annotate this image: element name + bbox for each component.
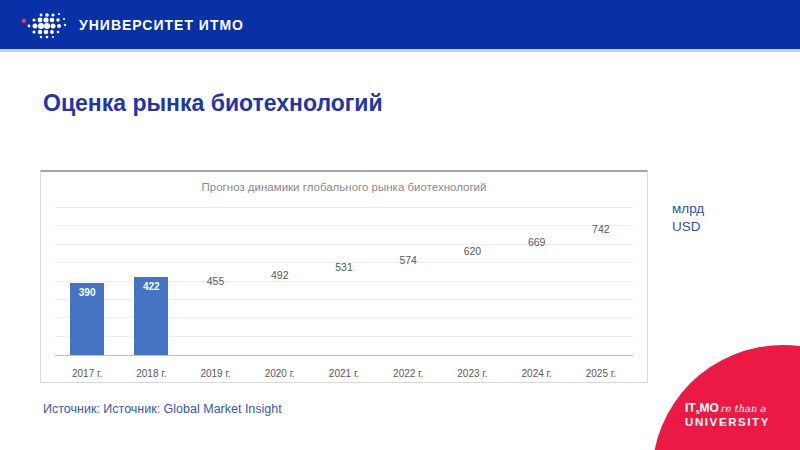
bar-value-label: 455	[207, 275, 225, 287]
x-axis-tick-label: 2019 г.	[183, 368, 247, 379]
chart-plot-area: 390422455492531574620669742	[55, 208, 633, 356]
x-axis-tick-label: 2021 г.	[312, 368, 376, 379]
page-title: Оценка рынка биотехнологий	[43, 90, 383, 117]
bar: 390	[70, 283, 104, 355]
unit-line-2: USD	[672, 218, 704, 236]
bar-value-label: 390	[70, 287, 104, 298]
bar-value-label: 422	[134, 281, 168, 292]
bar-chart: Прогноз динамики глобального рынка биоте…	[40, 170, 648, 383]
bar: 422	[134, 277, 168, 355]
bar-value-label: 574	[399, 254, 417, 266]
slogan-line-1: ITsMOre than a	[685, 401, 770, 415]
bar-value-label: 531	[335, 261, 353, 273]
header-bar: УНИВЕРСИТЕТ ИТМО	[0, 0, 800, 52]
x-axis-tick-label: 2025 г.	[569, 368, 633, 379]
bar-value-label: 492	[271, 269, 289, 281]
bar-value-label: 620	[464, 245, 482, 257]
itmo-logo-icon	[17, 9, 71, 41]
x-axis-tick-label: 2020 г.	[248, 368, 312, 379]
bar-value-label: 742	[592, 223, 610, 235]
x-axis-tick-label: 2024 г.	[505, 368, 569, 379]
x-axis-tick-label: 2023 г.	[440, 368, 504, 379]
chart-columns: 390422455492531574620669742	[55, 208, 633, 355]
chart-x-axis-labels: 2017 г.2018 г.2019 г.2020 г.2021 г.2022 …	[55, 368, 633, 379]
chart-unit-label: млрд USD	[672, 200, 704, 235]
chart-column: 390	[55, 208, 119, 355]
itmo-slogan: ITsMOre than a UNIVERSITY	[685, 401, 770, 428]
x-axis-tick-label: 2022 г.	[376, 368, 440, 379]
itmo-badge-circle: ITsMOre than a UNIVERSITY	[652, 345, 800, 450]
x-axis-tick-label: 2017 г.	[55, 368, 119, 379]
chart-column: 669	[505, 208, 569, 355]
chart-column: 455	[183, 208, 247, 355]
chart-column: 620	[440, 208, 504, 355]
unit-line-1: млрд	[672, 200, 704, 218]
bar-value-label: 669	[528, 236, 546, 248]
presentation-slide: УНИВЕРСИТЕТ ИТМО Оценка рынка биотехноло…	[0, 0, 800, 450]
source-caption: Источник: Источник: Global Market Insigh…	[43, 401, 293, 419]
slogan-line-2: UNIVERSITY	[685, 416, 770, 428]
chart-column: 742	[569, 208, 633, 355]
chart-column: 574	[376, 208, 440, 355]
chart-title: Прогноз динамики глобального рынка биоте…	[41, 181, 647, 193]
chart-column: 422	[119, 208, 183, 355]
header-university-name: УНИВЕРСИТЕТ ИТМО	[79, 17, 244, 33]
x-axis-tick-label: 2018 г.	[119, 368, 183, 379]
chart-column: 531	[312, 208, 376, 355]
logo-red-dot	[22, 18, 27, 23]
chart-column: 492	[248, 208, 312, 355]
